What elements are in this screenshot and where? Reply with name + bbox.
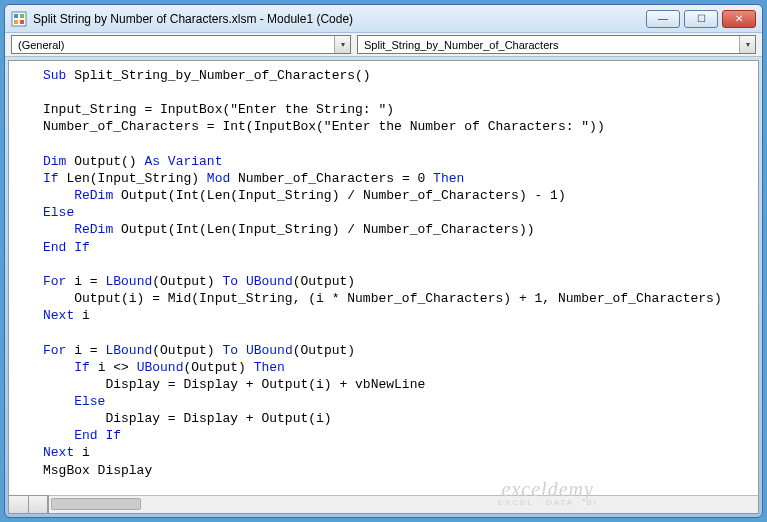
close-icon: ✕ <box>735 13 743 24</box>
vba-module-icon <box>11 11 27 27</box>
window-title: Split String by Number of Characters.xls… <box>33 12 646 26</box>
close-button[interactable]: ✕ <box>722 10 756 28</box>
svg-rect-1 <box>14 14 18 18</box>
svg-rect-3 <box>14 20 18 24</box>
chevron-down-icon: ▾ <box>334 36 350 53</box>
maximize-icon: ☐ <box>697 13 706 24</box>
code-editor[interactable]: Sub Split_String_by_Number_of_Characters… <box>8 60 759 514</box>
procedure-combo-value: Split_String_by_Number_of_Characters <box>358 39 576 51</box>
minimize-button[interactable]: — <box>646 10 680 28</box>
view-mode-buttons <box>9 495 49 513</box>
chevron-down-icon: ▾ <box>739 36 755 53</box>
svg-rect-2 <box>20 14 24 18</box>
maximize-button[interactable]: ☐ <box>684 10 718 28</box>
window-controls: — ☐ ✕ <box>646 10 756 28</box>
object-combo-value: (General) <box>12 39 82 51</box>
code-window: Split String by Number of Characters.xls… <box>4 4 763 518</box>
horizontal-scrollbar[interactable] <box>49 495 758 513</box>
procedure-view-button[interactable] <box>9 496 29 513</box>
horizontal-scrollbar-thumb[interactable] <box>51 498 141 510</box>
minimize-icon: — <box>658 13 668 24</box>
object-combo[interactable]: (General) ▾ <box>11 35 351 54</box>
full-module-view-button[interactable] <box>29 496 49 513</box>
procedure-combo[interactable]: Split_String_by_Number_of_Characters ▾ <box>357 35 756 54</box>
code-content[interactable]: Sub Split_String_by_Number_of_Characters… <box>9 61 758 514</box>
svg-rect-4 <box>20 20 24 24</box>
title-bar[interactable]: Split String by Number of Characters.xls… <box>5 5 762 33</box>
object-procedure-toolbar: (General) ▾ Split_String_by_Number_of_Ch… <box>5 33 762 57</box>
